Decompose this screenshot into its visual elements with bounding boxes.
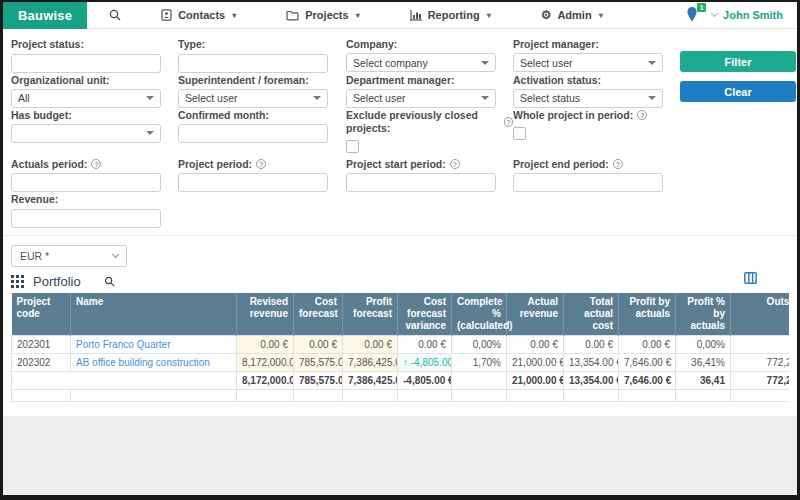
activation-status-select[interactable]: Select status	[513, 89, 663, 108]
total-profit-forecast: 7,386,425.00 €	[343, 371, 398, 389]
col-complete-pct[interactable]: Complete % (calculated)	[452, 293, 507, 336]
project-start-period-input[interactable]	[346, 173, 496, 192]
col-cost-forecast[interactable]: Cost forecast	[294, 293, 343, 336]
table-row: 202301 Porto Franco Quarter 0.00 € 0.00 …	[12, 335, 790, 353]
nav-contacts-label: Contacts	[178, 9, 225, 21]
project-start-period-label: Project start period:	[346, 158, 446, 171]
superintendent-label: Superintendent / foreman:	[178, 74, 346, 87]
help-icon: ?	[91, 159, 101, 169]
table-header-row: Project code Name Revised revenue Cost f…	[12, 293, 790, 336]
revenue-label: Revenue:	[11, 193, 178, 206]
brand-logo[interactable]: Bauwise	[3, 2, 87, 29]
table-search-icon[interactable]	[104, 276, 115, 287]
project-manager-select[interactable]: Select user	[513, 53, 663, 72]
currency-select[interactable]: EUR *	[11, 245, 127, 267]
top-right-cluster: 1 John Smith	[686, 6, 783, 24]
field-project-manager: Project manager: Select user	[513, 38, 680, 73]
filter-actions: Filter Clear	[680, 38, 800, 109]
total-profit-by-actuals: 7,646.00 €	[619, 371, 676, 389]
portfolio-table-wrap: Project code Name Revised revenue Cost f…	[11, 293, 789, 402]
nav-reporting-label: Reporting	[428, 9, 480, 21]
department-manager-label: Department manager:	[346, 74, 513, 87]
grid-icon[interactable]	[11, 275, 24, 288]
revenue-input[interactable]	[11, 209, 161, 228]
project-link[interactable]: AB office building construction	[76, 357, 210, 368]
type-input[interactable]	[178, 54, 328, 73]
exclude-closed-checkbox[interactable]	[346, 140, 359, 153]
company-select[interactable]: Select company	[346, 53, 496, 72]
project-period-label: Project period:	[178, 158, 252, 171]
project-end-period-label: Project end period:	[513, 158, 609, 171]
folder-icon	[286, 10, 299, 21]
cell-cf-variance: 0.00 €	[398, 335, 452, 353]
user-menu[interactable]: John Smith	[712, 9, 783, 21]
caret-down-icon	[481, 61, 489, 65]
filter-button[interactable]: Filter	[680, 51, 796, 72]
project-manager-label: Project manager:	[513, 38, 680, 51]
project-end-period-input[interactable]	[513, 173, 663, 192]
cell-cost-forecast: 0.00 €	[294, 335, 343, 353]
field-company: Company: Select company	[346, 38, 513, 73]
field-department-manager: Department manager: Select user	[346, 74, 513, 108]
department-manager-select[interactable]: Select user	[346, 89, 496, 108]
nav-reporting[interactable]: Reporting ▾	[410, 9, 491, 21]
field-has-budget: Has budget:	[11, 109, 178, 157]
app-window: Bauwise Contacts ▾ Projects ▾	[0, 0, 800, 500]
superintendent-select-value: Select user	[185, 92, 238, 104]
total-revised-revenue: 8,172,000.00 €	[237, 371, 294, 389]
project-link[interactable]: Porto Franco Quarter	[76, 339, 170, 350]
cell-profit-by-actuals: 7,646.00 €	[619, 353, 676, 371]
cell-profit-pct: 36,41%	[676, 353, 731, 371]
col-name[interactable]: Name	[71, 293, 237, 336]
whole-project-checkbox[interactable]	[513, 127, 526, 140]
col-profit-by-actuals[interactable]: Profit by actuals	[619, 293, 676, 336]
search-icon[interactable]	[109, 9, 121, 21]
nav-projects[interactable]: Projects ▾	[286, 9, 359, 21]
organizational-unit-select[interactable]: All	[11, 89, 161, 108]
confirmed-month-input[interactable]	[178, 124, 328, 143]
field-activation-status: Activation status: Select status	[513, 74, 680, 108]
chevron-down-icon: ▾	[232, 11, 236, 20]
activation-status-select-value: Select status	[520, 92, 580, 104]
cell-actual-revenue: 0.00 €	[507, 335, 564, 353]
nav-admin[interactable]: ⚙ Admin ▾	[541, 9, 603, 21]
project-period-input[interactable]	[178, 173, 328, 192]
columns-settings-icon[interactable]	[744, 272, 757, 284]
total-profit-pct: 36,41	[676, 371, 731, 389]
chevron-down-icon: ▾	[356, 11, 360, 20]
col-revised-revenue[interactable]: Revised revenue	[237, 293, 294, 336]
field-actuals-period: Actuals period: ?	[11, 158, 178, 193]
cell-cost-forecast: 785,575.00 €	[294, 353, 343, 371]
cell-project-code: 202302	[12, 353, 71, 371]
col-actual-revenue[interactable]: Actual revenue	[507, 293, 564, 336]
organizational-unit-label: Organizational unit:	[11, 74, 178, 87]
col-outstanding-actuals[interactable]: Outstanding actuals	[731, 293, 790, 336]
has-budget-select[interactable]	[11, 124, 161, 143]
portfolio-titlebar: Portfolio	[11, 273, 789, 293]
currency-select-value: EUR *	[20, 250, 49, 262]
clear-button[interactable]: Clear	[680, 81, 796, 102]
cell-profit-forecast: 0.00 €	[343, 335, 398, 353]
whole-project-label: Whole project in period:	[513, 109, 633, 122]
caret-down-icon	[313, 96, 321, 100]
total-outstanding: 772,221.00 €	[731, 371, 790, 389]
col-cost-forecast-variance[interactable]: Cost forecast variance	[398, 293, 452, 336]
content-bottom-padding	[3, 402, 797, 416]
col-profit-pct-by-actuals[interactable]: Profit % by actuals	[676, 293, 731, 336]
actuals-period-label: Actuals period:	[11, 158, 87, 171]
project-status-input[interactable]	[11, 54, 161, 73]
notifications-button[interactable]: 1	[686, 6, 702, 24]
nav-admin-label: Admin	[557, 9, 591, 21]
cell-profit-by-actuals: 0.00 €	[619, 335, 676, 353]
col-profit-forecast[interactable]: Profit forecast	[343, 293, 398, 336]
actuals-period-input[interactable]	[11, 173, 161, 192]
project-status-label: Project status:	[11, 38, 178, 51]
nav-contacts[interactable]: Contacts ▾	[161, 9, 236, 21]
superintendent-select[interactable]: Select user	[178, 89, 328, 108]
help-icon: ?	[256, 159, 266, 169]
col-total-actual-cost[interactable]: Total actual cost	[564, 293, 619, 336]
field-confirmed-month: Confirmed month:	[178, 109, 346, 157]
address-book-icon	[161, 9, 172, 21]
cell-complete-pct: 0,00%	[452, 335, 507, 353]
col-project-code[interactable]: Project code	[12, 293, 71, 336]
